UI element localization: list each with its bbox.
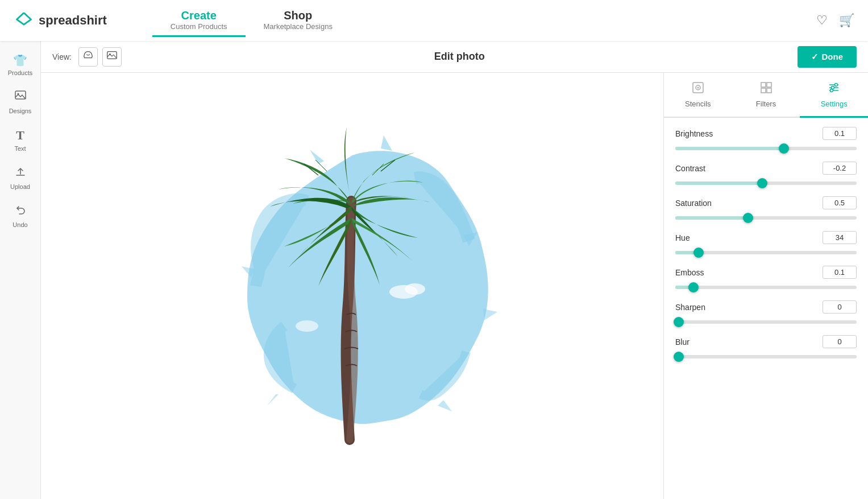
undo-icon [14, 204, 27, 219]
svg-rect-14 [761, 83, 766, 87]
panel-tab-stencils-label: Stencils [685, 100, 711, 108]
sliders-area: Brightness Contrast [664, 118, 868, 370]
canvas-panels: Stencils Filters [41, 73, 868, 499]
view-icons [78, 47, 122, 67]
panel-tab-filters[interactable]: Filters [732, 73, 800, 118]
panel-tab-filters-label: Filters [756, 100, 776, 108]
stencils-icon [691, 81, 705, 97]
filters-icon [759, 81, 773, 97]
svg-point-23 [830, 89, 833, 92]
panel-tab-stencils[interactable]: Stencils [664, 73, 732, 118]
panel-tabs: Stencils Filters [664, 73, 868, 118]
sidebar-item-undo-label: Undo [13, 221, 27, 228]
logo-area: spreadshirt [14, 10, 107, 31]
svg-point-13 [697, 87, 699, 89]
slider-value-blur[interactable] [823, 335, 857, 348]
content-area: View: Edit photo ✓ [41, 41, 868, 499]
designs-icon [14, 90, 27, 105]
svg-point-3 [109, 53, 111, 55]
slider-label-hue: Hue [675, 233, 690, 242]
svg-point-1 [17, 93, 19, 95]
nav-right: ♡ 🛒 [816, 13, 854, 28]
products-icon: 👕 [13, 53, 27, 67]
slider-track-contrast[interactable] [675, 182, 857, 185]
svg-rect-15 [767, 83, 771, 87]
panel-tab-settings[interactable]: Settings [800, 73, 868, 118]
cart-icon[interactable]: 🛒 [839, 13, 854, 28]
nav-tab-create-main: Create [181, 9, 217, 22]
text-icon: T [16, 128, 24, 143]
done-button[interactable]: ✓ Done [798, 46, 857, 68]
nav-tab-create[interactable]: Create Custom Products [152, 5, 246, 37]
slider-value-contrast[interactable] [823, 162, 857, 175]
settings-icon [827, 81, 841, 97]
slider-thumb-blur[interactable] [674, 352, 684, 362]
slider-value-brightness[interactable] [823, 127, 857, 140]
slider-value-saturation[interactable] [823, 196, 857, 209]
done-check-icon: ✓ [811, 52, 819, 62]
svg-point-10 [296, 320, 318, 332]
slider-track-blur[interactable] [675, 355, 857, 358]
svg-point-22 [832, 86, 834, 89]
slider-row-blur: Blur [675, 335, 857, 361]
sidebar-item-products-label: Products [8, 69, 32, 76]
upload-icon [14, 166, 27, 181]
svg-point-21 [835, 84, 838, 86]
sidebar-item-designs[interactable]: Designs [0, 84, 40, 120]
slider-track-brightness[interactable] [675, 147, 857, 150]
sidebar: 👕 Products Designs T Text [0, 41, 41, 499]
slider-thumb-brightness[interactable] [779, 143, 789, 154]
slider-track-sharpen[interactable] [675, 320, 857, 324]
canvas-area [41, 73, 663, 499]
slider-value-hue[interactable] [823, 231, 857, 244]
slider-track-emboss[interactable] [675, 286, 857, 289]
slider-row-contrast: Contrast [675, 162, 857, 187]
top-nav: spreadshirt Create Custom Products Shop … [0, 0, 868, 41]
slider-fill-saturation [675, 216, 748, 220]
svg-point-9 [405, 283, 425, 295]
slider-label-contrast: Contrast [675, 164, 705, 173]
slider-row-emboss: Emboss [675, 266, 857, 291]
done-label: Done [822, 52, 844, 61]
logo-icon [14, 10, 34, 31]
slider-thumb-saturation[interactable] [743, 213, 753, 223]
slider-label-sharpen: Sharpen [675, 303, 705, 312]
slider-track-hue[interactable] [675, 251, 857, 254]
right-panel: Stencils Filters [663, 73, 868, 499]
slider-track-saturation[interactable] [675, 216, 857, 220]
view-label: View: [52, 52, 72, 61]
wishlist-icon[interactable]: ♡ [816, 13, 828, 28]
sidebar-item-undo[interactable]: Undo [0, 198, 40, 234]
svg-rect-17 [767, 88, 771, 93]
sidebar-item-products[interactable]: 👕 Products [0, 48, 40, 82]
slider-row-saturation: Saturation [675, 196, 857, 222]
palm-svg [205, 110, 500, 463]
main-layout: 👕 Products Designs T Text [0, 41, 868, 499]
slider-thumb-sharpen[interactable] [674, 317, 684, 327]
nav-tab-shop-sub: Marketplace Designs [264, 22, 333, 31]
nav-tabs: Create Custom Products Shop Marketplace … [152, 5, 351, 37]
slider-thumb-emboss[interactable] [688, 282, 699, 292]
logo-text: spreadshirt [39, 13, 107, 28]
slider-label-saturation: Saturation [675, 199, 712, 208]
slider-label-blur: Blur [675, 337, 690, 347]
view-product-button[interactable] [78, 47, 98, 67]
slider-row-brightness: Brightness [675, 127, 857, 152]
nav-tab-shop[interactable]: Shop Marketplace Designs [246, 5, 351, 37]
slider-value-sharpen[interactable] [823, 300, 857, 314]
sidebar-item-text-label: Text [14, 145, 26, 152]
palm-image-container [205, 110, 500, 463]
sidebar-item-upload[interactable]: Upload [0, 160, 40, 196]
nav-tab-create-sub: Custom Products [171, 22, 227, 31]
slider-fill-brightness [675, 147, 784, 150]
slider-thumb-hue[interactable] [693, 248, 704, 258]
slider-fill-contrast [675, 182, 762, 185]
slider-value-emboss[interactable] [823, 266, 857, 279]
slider-label-brightness: Brightness [675, 129, 713, 138]
view-image-button[interactable] [102, 47, 122, 67]
edit-toolbar: View: Edit photo ✓ [41, 41, 868, 73]
svg-rect-16 [761, 88, 766, 93]
nav-tab-shop-main: Shop [284, 9, 312, 22]
sidebar-item-text[interactable]: T Text [0, 122, 40, 158]
slider-thumb-contrast[interactable] [757, 178, 767, 188]
